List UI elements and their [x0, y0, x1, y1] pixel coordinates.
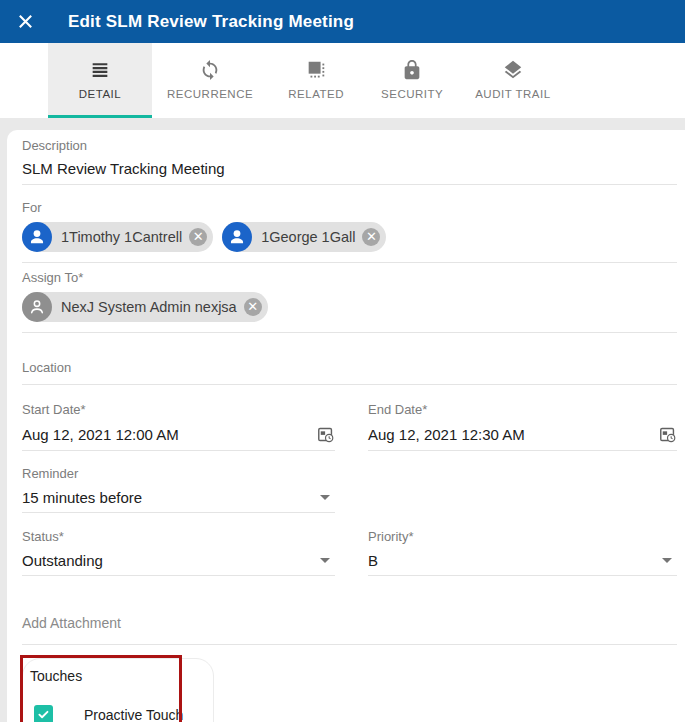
tab-related-label: RELATED — [288, 88, 344, 100]
for-chip[interactable]: 1Timothy 1Cantrell ✕ — [22, 222, 213, 252]
priority-label: Priority* — [368, 529, 677, 544]
end-date-value[interactable]: Aug 12, 2021 12:30 AM — [368, 426, 525, 443]
location-field[interactable]: Location — [22, 360, 677, 385]
tab-audit-trail-label: AUDIT TRAIL — [475, 88, 550, 100]
dialog-body: Description SLM Review Tracking Meeting … — [0, 118, 685, 722]
priority-value: B — [368, 552, 378, 569]
reminder-select[interactable]: Reminder 15 minutes before — [22, 466, 335, 513]
for-label: For — [22, 200, 677, 215]
detail-form-card: Description SLM Review Tracking Meeting … — [7, 130, 685, 722]
reminder-value: 15 minutes before — [22, 489, 142, 506]
person-avatar-icon — [22, 222, 52, 252]
assign-to-field[interactable]: Assign To* NexJ System Admin nexjsa ✕ — [22, 270, 677, 333]
close-icon — [15, 11, 36, 32]
detail-list-icon — [89, 59, 111, 81]
end-date-label: End Date* — [368, 402, 677, 417]
person-outline-avatar-icon — [22, 292, 52, 322]
tab-bar: DETAIL RECURRENCE RELATED SECURITY AUDIT… — [0, 43, 685, 118]
related-icon — [305, 59, 327, 81]
remove-chip-icon[interactable]: ✕ — [244, 298, 262, 316]
dialog-title: Edit SLM Review Tracking Meeting — [68, 12, 354, 32]
assign-to-chip[interactable]: NexJ System Admin nexjsa ✕ — [22, 292, 268, 322]
checkbox-checked-icon[interactable] — [34, 705, 53, 722]
status-value: Outstanding — [22, 552, 103, 569]
dropdown-arrow-icon[interactable] — [662, 558, 672, 563]
chip-name: 1George 1Gall — [261, 229, 355, 245]
dates-row: Start Date* Aug 12, 2021 12:00 AM End Da… — [22, 402, 677, 451]
dialog-titlebar: Edit SLM Review Tracking Meeting — [0, 0, 685, 43]
status-label: Status* — [22, 529, 335, 544]
tab-detail-label: DETAIL — [79, 88, 121, 100]
remove-chip-icon[interactable]: ✕ — [362, 228, 380, 246]
tab-related[interactable]: RELATED — [268, 43, 364, 118]
dropdown-arrow-icon[interactable] — [320, 495, 330, 500]
touch-option-proactive[interactable]: Proactive Touch — [28, 705, 213, 722]
tab-security-label: SECURITY — [381, 88, 443, 100]
tab-recurrence[interactable]: RECURRENCE — [152, 43, 268, 118]
description-label: Description — [22, 138, 677, 153]
lock-icon — [401, 59, 423, 81]
end-date-field[interactable]: End Date* Aug 12, 2021 12:30 AM — [368, 402, 677, 451]
dropdown-arrow-icon[interactable] — [320, 558, 330, 563]
tab-security[interactable]: SECURITY — [364, 43, 460, 118]
remove-chip-icon[interactable]: ✕ — [189, 228, 207, 246]
reminder-label: Reminder — [22, 466, 335, 481]
for-chip[interactable]: 1George 1Gall ✕ — [222, 222, 386, 252]
layers-icon — [502, 59, 524, 81]
assign-to-label: Assign To* — [22, 270, 677, 285]
tab-audit-trail[interactable]: AUDIT TRAIL — [460, 43, 565, 118]
touch-option-label: Proactive Touch — [84, 707, 183, 722]
start-date-value[interactable]: Aug 12, 2021 12:00 AM — [22, 426, 179, 443]
status-select[interactable]: Status* Outstanding — [22, 529, 335, 576]
close-button[interactable] — [13, 10, 37, 34]
priority-select[interactable]: Priority* B — [368, 529, 677, 576]
description-value[interactable]: SLM Review Tracking Meeting — [22, 160, 677, 177]
add-attachment-button[interactable]: Add Attachment — [22, 615, 677, 645]
tab-detail[interactable]: DETAIL — [48, 43, 152, 118]
description-field[interactable]: Description SLM Review Tracking Meeting — [22, 138, 677, 185]
touches-label: Touches — [30, 668, 213, 684]
tab-recurrence-label: RECURRENCE — [167, 88, 253, 100]
chip-name: NexJ System Admin nexjsa — [61, 299, 237, 315]
date-picker-icon[interactable] — [316, 425, 335, 444]
chip-name: 1Timothy 1Cantrell — [61, 229, 182, 245]
start-date-field[interactable]: Start Date* Aug 12, 2021 12:00 AM — [22, 402, 335, 451]
touches-group: Touches Proactive Touch Review — [22, 658, 214, 722]
for-field[interactable]: For 1Timothy 1Cantrell ✕ 1George 1Gall ✕ — [22, 200, 677, 263]
start-date-label: Start Date* — [22, 402, 335, 417]
add-attachment-label: Add Attachment — [22, 615, 677, 631]
person-avatar-icon — [222, 222, 252, 252]
recurrence-sync-icon — [199, 59, 221, 81]
location-label: Location — [22, 360, 677, 375]
status-priority-row: Status* Outstanding Priority* B — [22, 529, 677, 576]
date-picker-icon[interactable] — [658, 425, 677, 444]
